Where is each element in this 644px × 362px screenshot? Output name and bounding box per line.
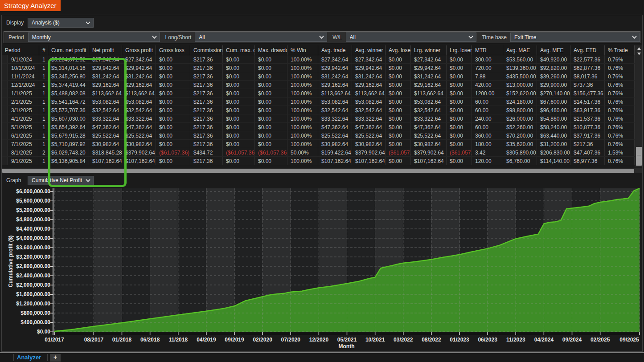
cell[interactable]: $0.00 — [156, 131, 190, 139]
cell[interactable]: $32,542.64 — [411, 106, 447, 114]
cell[interactable]: $0.00 — [386, 64, 411, 72]
column-header[interactable]: Lrg. winner — [411, 45, 447, 55]
cell[interactable]: $0.00 — [386, 114, 411, 122]
cell[interactable]: $98,800.00 — [503, 106, 537, 114]
table-row[interactable]: 1/1/20251$5,488,082.08$113,662.64$113,66… — [2, 89, 642, 98]
cell[interactable]: $27,342.64 — [411, 55, 447, 63]
cell[interactable]: 1 — [39, 123, 48, 131]
column-header[interactable]: Avg. winner — [352, 45, 386, 55]
column-header[interactable]: MTR — [472, 45, 503, 55]
cell[interactable]: $0.00 — [447, 55, 472, 63]
add-tab-button[interactable]: + — [50, 354, 61, 362]
cell[interactable]: $29,942.64 — [89, 64, 122, 72]
cell[interactable]: 0.76% — [605, 157, 635, 165]
cell[interactable]: $0.00 — [386, 157, 411, 165]
cell[interactable]: $5,314,014.16 — [48, 64, 89, 72]
cell[interactable]: $8,017.36 — [570, 72, 605, 80]
cell[interactable]: $39,260.00 — [537, 72, 570, 80]
cell[interactable]: $113,662.64 — [89, 89, 122, 97]
cell[interactable]: $0.00 — [255, 114, 287, 122]
cell[interactable]: $0.00 — [447, 114, 472, 122]
cell[interactable]: $0.00 — [223, 72, 255, 80]
cell[interactable]: $0.00 — [223, 81, 255, 89]
cell[interactable]: $107,162.64 — [411, 157, 447, 165]
cell[interactable]: $54,860.00 — [537, 114, 570, 122]
cell[interactable]: 5/1/2025 — [8, 123, 39, 131]
cell[interactable]: $0.00 — [223, 157, 255, 165]
cell[interactable]: $33,322.64 — [122, 114, 156, 122]
cell[interactable]: $435,500.00 — [503, 72, 537, 80]
cell[interactable]: $217.36 — [190, 140, 223, 148]
cell[interactable]: 0.76% — [605, 98, 635, 106]
column-header[interactable]: Lrg. loser — [447, 45, 472, 55]
cell[interactable]: $0.00 — [223, 64, 255, 72]
cell[interactable]: 8/1/2025 — [8, 148, 39, 156]
cell[interactable]: 1 — [39, 89, 48, 97]
table-row[interactable]: 11/1/20241$5,345,256.80$31,242.64$31,242… — [2, 72, 642, 81]
cell[interactable]: $0.00 — [255, 98, 287, 106]
cell[interactable]: $113,662.64 — [411, 89, 447, 97]
cell[interactable]: $25,522.64 — [122, 131, 156, 139]
cell[interactable]: 1.53% — [605, 148, 635, 156]
cell[interactable]: $27,342.64 — [318, 55, 352, 63]
cell[interactable]: $92,820.00 — [537, 64, 570, 72]
cell[interactable]: $0.00 — [386, 98, 411, 106]
cell[interactable]: $0.00 — [386, 81, 411, 89]
cell[interactable]: 4/1/2025 — [8, 114, 39, 122]
table-row[interactable]: 10/1/20241$5,314,014.16$29,942.64$29,942… — [2, 64, 642, 72]
cell[interactable]: 100.00% — [287, 114, 318, 122]
cell[interactable]: 360.00 — [472, 131, 503, 139]
cell[interactable]: $0.00 — [447, 81, 472, 89]
cell[interactable]: $0.00 — [156, 114, 190, 122]
cell[interactable]: $0.00 — [386, 72, 411, 80]
cell[interactable]: $217.36 — [190, 72, 223, 80]
cell[interactable]: $31,242.64 — [352, 72, 386, 80]
cell[interactable]: $30,982.64 — [411, 140, 447, 148]
cell[interactable]: $29,162.64 — [89, 81, 122, 89]
cell[interactable]: $33,322.64 — [89, 114, 122, 122]
cell[interactable]: ($61,057.36) — [386, 148, 411, 156]
horizontal-scrollbar-thumb[interactable] — [2, 169, 634, 173]
cell[interactable]: $0.00 — [156, 89, 190, 97]
cell[interactable]: $113,662.64 — [352, 89, 386, 97]
cell[interactable]: 50.00% — [287, 148, 318, 156]
cell[interactable]: $0.00 — [223, 55, 255, 63]
cell[interactable]: $0.00 — [386, 123, 411, 131]
column-header[interactable]: Gross loss — [156, 45, 190, 55]
cell[interactable]: 7.88 — [472, 72, 503, 80]
cell[interactable]: $35,620.00 — [503, 140, 537, 148]
strategy-analyzer-tab[interactable]: Strategy Analyzer — [0, 0, 61, 11]
cell[interactable]: 1 — [39, 157, 48, 165]
cell[interactable]: $0.00 — [447, 140, 472, 148]
cell[interactable]: $47,362.64 — [318, 123, 352, 131]
cell[interactable]: $0.00 — [255, 123, 287, 131]
cell[interactable]: $305,890.00 — [503, 148, 537, 156]
cell[interactable]: $217.36 — [570, 140, 605, 148]
cell[interactable]: $0.00 — [447, 106, 472, 114]
cell[interactable]: 100.00% — [287, 157, 318, 165]
cell[interactable]: $156,477.36 — [570, 89, 605, 97]
cell[interactable]: $10,877.36 — [570, 123, 605, 131]
cell[interactable]: $379,902.64 — [411, 148, 447, 156]
cell[interactable]: 1/1/2025 — [8, 89, 39, 97]
cell[interactable]: 10/1/2024 — [8, 64, 39, 72]
cell[interactable]: $37,917.36 — [570, 131, 605, 139]
cell[interactable]: $31,200.00 — [537, 140, 570, 148]
cell[interactable]: $33,322.64 — [318, 114, 352, 122]
cell[interactable]: $32,542.64 — [352, 106, 386, 114]
cell[interactable]: 0.76% — [605, 123, 635, 131]
cell[interactable]: 0.76% — [605, 114, 635, 122]
cell[interactable]: $217.36 — [190, 98, 223, 106]
table-row[interactable]: 9/1/20241$5,284,071.52$27,342.64$27,342.… — [2, 55, 642, 64]
cell[interactable]: $0.00 — [447, 157, 472, 165]
cell[interactable]: 1 — [39, 72, 48, 80]
cell[interactable]: 0.76% — [605, 106, 635, 114]
cell[interactable]: $25,522.64 — [89, 131, 122, 139]
cell[interactable]: $737.36 — [570, 81, 605, 89]
cell[interactable]: $217.36 — [190, 89, 223, 97]
vertical-scrollbar-thumb[interactable] — [636, 147, 642, 166]
cell[interactable]: $0.00 — [255, 140, 287, 148]
cell[interactable]: $27,342.64 — [352, 55, 386, 63]
cell[interactable]: ($61,057.36) — [447, 148, 472, 156]
cell[interactable]: $27,342.64 — [122, 55, 156, 63]
